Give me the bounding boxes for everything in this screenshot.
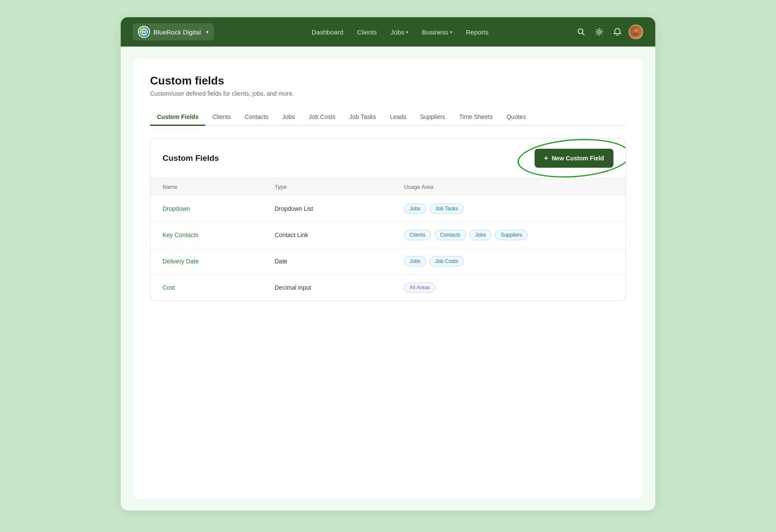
col-header-type: Type [275,184,404,190]
page-title: Custom fields [150,74,626,88]
tab-contacts[interactable]: Contacts [238,109,275,126]
new-custom-field-wrapper: + New Custom Field [535,149,613,168]
field-name-delivery-date[interactable]: Delivery Date [163,258,275,265]
brand-logo[interactable]: BlueRock Digital ▾ [133,23,214,41]
field-name-cost[interactable]: Cost [163,284,275,291]
card-title: Custom Fields [163,153,219,163]
nav-jobs-chevron: ▾ [406,30,408,34]
card-header: Custom Fields + New Custom Field [150,138,626,178]
nav-business[interactable]: Business ▾ [416,25,458,39]
brand-name: BlueRock Digital [153,28,201,36]
field-tags-dropdown: Jobs Job Tasks [404,203,613,214]
user-avatar[interactable] [629,25,643,39]
tag-contacts: Contacts [435,230,466,240]
field-tags-key-contacts: Clients Contacts Jobs Suppliers [404,230,613,240]
tag-job-costs: Job Costs [429,256,463,266]
app-container: BlueRock Digital ▾ Dashboard Clients Job… [121,17,655,510]
tab-quotes[interactable]: Quotes [500,109,533,126]
tab-time-sheets[interactable]: Time Sheets [452,109,500,126]
nav-reports[interactable]: Reports [460,25,495,39]
col-header-name: Name [163,184,275,190]
field-tags-delivery-date: Jobs Job Costs [404,256,613,266]
tab-custom-fields[interactable]: Custom Fields [150,109,205,126]
search-button[interactable] [574,25,588,39]
custom-fields-card: Custom Fields + New Custom Field Name Ty… [150,138,626,301]
nav-clients[interactable]: Clients [351,25,383,39]
tag-job-tasks: Job Tasks [429,203,463,214]
tab-suppliers[interactable]: Suppliers [413,109,452,126]
table-row: Dropdown Dropdown List Jobs Job Tasks [150,196,626,222]
tag-clients: Clients [404,230,431,240]
col-header-usage: Usage Area [404,184,613,190]
tag-suppliers: Suppliers [495,230,528,240]
tag-jobs: Jobs [404,203,426,214]
table-row: Delivery Date Date Jobs Job Costs [150,248,626,275]
nav-jobs[interactable]: Jobs ▾ [385,25,414,39]
tag-jobs-2: Jobs [469,230,491,240]
nav-business-chevron: ▾ [450,30,452,34]
tab-jobs[interactable]: Jobs [275,109,302,126]
nav-icons [574,25,643,39]
field-tags-cost: All Areas [404,282,613,293]
table-row: Key Contacts Contact Link Clients Contac… [150,222,626,248]
field-type-key-contacts: Contact Link [275,232,404,238]
notifications-button[interactable] [610,25,624,39]
nav-links: Dashboard Clients Jobs ▾ Business ▾ Repo… [226,25,574,39]
svg-line-5 [582,33,585,35]
tag-jobs-3: Jobs [404,256,426,266]
field-type-dropdown: Dropdown List [275,205,404,212]
main-content: Custom fields Custom/user defined fields… [133,59,643,498]
tabs-bar: Custom Fields Clients Contacts Jobs Job … [150,109,626,126]
table-header: Name Type Usage Area [150,178,626,196]
navbar: BlueRock Digital ▾ Dashboard Clients Job… [121,17,655,47]
brand-chevron-icon: ▾ [206,29,209,35]
tag-all-areas: All Areas [404,282,435,293]
field-type-cost: Decimal input [275,284,404,291]
page-subtitle: Custom/user defined fields for clients, … [150,90,626,97]
settings-button[interactable] [592,25,606,39]
plus-icon: + [544,154,548,163]
field-name-key-contacts[interactable]: Key Contacts [163,232,275,238]
svg-point-6 [598,31,601,33]
new-custom-field-button[interactable]: + New Custom Field [535,149,613,168]
table-row: Cost Decimal input All Areas [150,275,626,300]
field-name-dropdown[interactable]: Dropdown [163,205,275,212]
svg-point-7 [634,29,638,32]
tab-job-tasks[interactable]: Job Tasks [342,109,383,126]
field-type-delivery-date: Date [275,258,404,265]
brand-globe-icon [138,26,150,38]
tab-job-costs[interactable]: Job Costs [302,109,342,126]
tab-leads[interactable]: Leads [383,109,413,126]
nav-dashboard[interactable]: Dashboard [306,25,349,39]
tab-clients[interactable]: Clients [205,109,238,126]
